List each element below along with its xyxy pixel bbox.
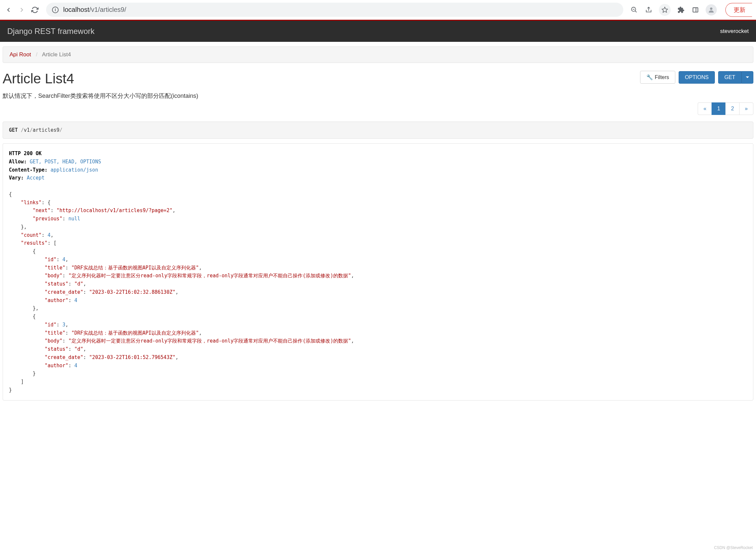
get-dropdown-toggle[interactable] <box>742 71 753 84</box>
request-method: GET <box>9 127 18 133</box>
profile-avatar-icon[interactable] <box>706 4 717 15</box>
pagination-prev[interactable]: « <box>698 103 712 115</box>
chevron-down-icon <box>746 77 749 78</box>
bookmark-star-icon[interactable] <box>659 4 671 16</box>
breadcrumb-root[interactable]: Api Root <box>10 51 31 57</box>
svg-rect-4 <box>693 8 698 12</box>
browser-toolbar: i localhost/v1/articles9/ 更新 <box>0 0 756 20</box>
reload-button[interactable] <box>30 5 39 14</box>
wrench-icon: 🔧 <box>646 74 653 81</box>
url-text: localhost/v1/articles9/ <box>63 6 126 13</box>
drf-header: Django REST framework steverocket <box>0 21 756 42</box>
toolbar-icons: 更新 <box>630 3 752 17</box>
svg-line-1 <box>635 11 637 12</box>
request-line: GET /v1/articles9/ <box>3 122 753 139</box>
filters-label: Filters <box>655 75 669 81</box>
page-title: Article List4 <box>3 71 74 87</box>
site-info-icon[interactable]: i <box>52 7 58 13</box>
drf-brand[interactable]: Django REST framework <box>7 27 95 36</box>
drf-user[interactable]: steverocket <box>720 28 749 34</box>
pagination-page-2[interactable]: 2 <box>725 103 740 115</box>
response-box: HTTP 200 OK Allow: GET, POST, HEAD, OPTI… <box>3 143 753 401</box>
svg-point-6 <box>710 7 712 10</box>
update-button[interactable]: 更新 <box>725 3 752 17</box>
zoom-out-icon[interactable] <box>630 6 638 14</box>
share-icon[interactable] <box>644 6 653 14</box>
forward-button[interactable] <box>17 5 26 14</box>
page-description: 默认情况下，SearchFilter类搜索将使用不区分大小写的部分匹配(icon… <box>0 87 756 103</box>
get-button-group: GET <box>718 71 753 84</box>
get-button[interactable]: GET <box>718 71 742 84</box>
side-panel-icon[interactable] <box>691 6 700 14</box>
header-buttons: 🔧 Filters OPTIONS GET <box>640 71 753 84</box>
pagination-page-1[interactable]: 1 <box>712 103 726 115</box>
extensions-icon[interactable] <box>676 6 685 14</box>
svg-marker-3 <box>662 7 668 12</box>
breadcrumb-current: Article List4 <box>42 51 71 57</box>
request-path: /v1/articles9/ <box>21 127 62 133</box>
pagination: « 1 2 » <box>0 103 756 120</box>
back-button[interactable] <box>4 5 13 14</box>
options-button[interactable]: OPTIONS <box>678 71 715 84</box>
breadcrumb-separator: / <box>36 51 37 57</box>
breadcrumb: Api Root / Article List4 <box>3 46 753 63</box>
address-bar[interactable]: i localhost/v1/articles9/ <box>46 3 623 17</box>
pagination-next[interactable]: » <box>739 103 753 115</box>
filters-button[interactable]: 🔧 Filters <box>640 71 676 84</box>
